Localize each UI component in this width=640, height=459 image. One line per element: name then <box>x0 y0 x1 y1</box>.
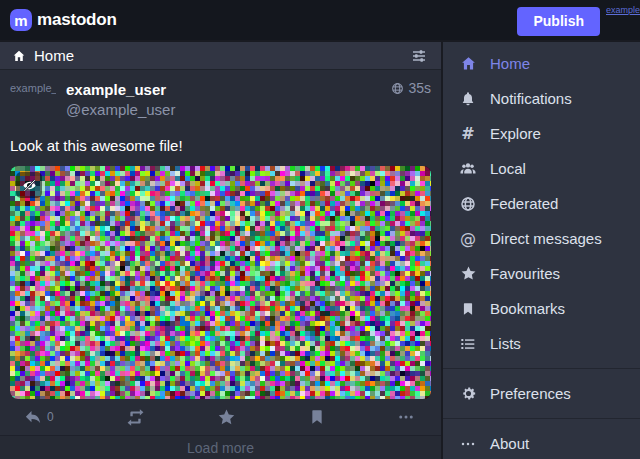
boost-icon <box>126 408 145 427</box>
sidebar-label: About <box>490 435 529 452</box>
reply-icon <box>24 408 42 426</box>
sidebar-item-direct-messages[interactable]: @ Direct messages <box>443 221 640 256</box>
star-icon <box>217 408 236 427</box>
brand-wordmark: mastodon <box>37 10 117 30</box>
reply-button[interactable]: 0 <box>22 406 56 428</box>
sidebar-label: Bookmarks <box>490 300 565 317</box>
column-settings-sliders-icon[interactable] <box>409 46 429 66</box>
reply-count: 0 <box>47 410 54 424</box>
attachment-image <box>10 166 431 399</box>
status-post: example_user example_user @example_user … <box>0 70 441 435</box>
bell-icon <box>458 91 478 107</box>
sidebar-item-local[interactable]: Local <box>443 151 640 186</box>
globe-icon <box>458 196 478 212</box>
display-name: example_user <box>66 80 391 100</box>
avatar[interactable]: example_user <box>10 80 56 126</box>
sidebar-item-preferences[interactable]: Preferences <box>443 376 640 411</box>
status-action-bar: 0 <box>10 399 431 435</box>
favourite-button[interactable] <box>215 406 238 429</box>
sidebar-item-federated[interactable]: Federated <box>443 186 640 221</box>
status-text: Look at this awesome file! <box>10 135 431 156</box>
sidebar-label: Local <box>490 160 526 177</box>
sidebar-item-favourites[interactable]: Favourites <box>443 256 640 291</box>
eye-slash-icon <box>22 178 37 193</box>
home-icon <box>458 55 478 72</box>
sidebar-divider <box>443 368 640 369</box>
column-header-home[interactable]: Home <box>0 42 441 70</box>
users-icon <box>458 160 478 178</box>
sidebar-label: Direct messages <box>490 230 602 247</box>
more-options-button[interactable] <box>395 406 417 428</box>
sidebar-item-explore[interactable]: # Explore <box>443 116 640 151</box>
hide-media-button[interactable] <box>16 172 42 198</box>
timestamp-link[interactable]: 35s <box>391 80 431 96</box>
at-icon: @ <box>458 231 478 247</box>
gear-icon <box>458 385 478 402</box>
bookmark-button[interactable] <box>307 407 327 427</box>
star-icon <box>458 265 478 282</box>
sidebar-item-bookmarks[interactable]: Bookmarks <box>443 291 640 326</box>
bookmark-icon <box>309 409 325 425</box>
sidebar-label: Favourites <box>490 265 560 282</box>
sidebar-label: Federated <box>490 195 558 212</box>
sidebar-item-notifications[interactable]: Notifications <box>443 81 640 116</box>
sidebar-item-about[interactable]: About <box>443 426 640 459</box>
home-column: Home example_user example_user @example_… <box>0 42 441 459</box>
mastodon-logo[interactable]: m mastodon <box>10 9 117 31</box>
account-handle: @example_user <box>66 100 391 120</box>
hashtag-icon: # <box>458 126 478 142</box>
sidebar-item-lists[interactable]: Lists <box>443 326 640 361</box>
status-header: example_user example_user @example_user … <box>10 80 431 126</box>
ellipsis-icon <box>458 436 478 452</box>
ellipsis-icon <box>397 408 415 426</box>
sidebar-label: Notifications <box>490 90 572 107</box>
sidebar-label: Preferences <box>490 385 571 402</box>
publish-button[interactable]: Publish <box>517 7 600 36</box>
sidebar-label: Explore <box>490 125 541 142</box>
main-layout: Home example_user example_user @example_… <box>0 40 640 459</box>
boost-button[interactable] <box>124 406 147 429</box>
sidebar-divider <box>443 418 640 419</box>
top-bar: m mastodon Publish example_user <box>0 0 640 40</box>
account-names[interactable]: example_user @example_user <box>66 80 391 119</box>
column-title: Home <box>34 47 74 64</box>
mastodon-elephant-icon: m <box>10 9 32 31</box>
media-attachment[interactable] <box>10 166 431 399</box>
timestamp: 35s <box>408 80 431 96</box>
sidebar-label: Home <box>490 55 530 72</box>
bookmark-icon <box>458 302 478 316</box>
load-more-button[interactable]: Load more <box>0 435 441 459</box>
navigation-sidebar: Home Notifications # Explore Local <box>443 42 640 459</box>
account-link[interactable]: example_user <box>606 5 640 15</box>
sidebar-label: Lists <box>490 335 521 352</box>
home-icon <box>12 49 26 63</box>
list-icon <box>458 336 478 352</box>
sidebar-item-home[interactable]: Home <box>443 46 640 81</box>
globe-icon <box>391 82 404 95</box>
